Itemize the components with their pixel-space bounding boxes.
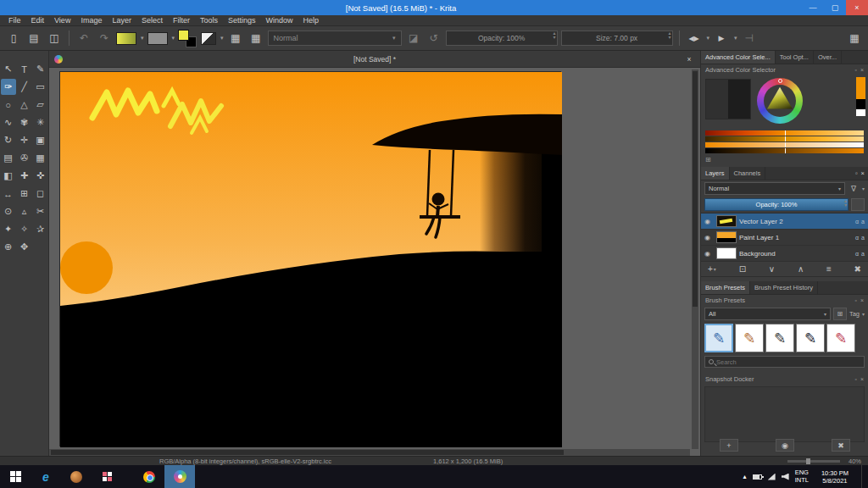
tool-reference-images[interactable]: ⊞ [17,186,32,202]
shade-swatch[interactable] [728,80,750,119]
canvas[interactable] [59,71,561,446]
tab-tool-options[interactable]: Tool Opt... [776,51,814,64]
duplicate-layer-button[interactable]: ⊡ [739,264,746,274]
tab-overview[interactable]: Over... [814,51,842,64]
brush-preset-marker-red[interactable]: ✎ [826,324,855,352]
tool-polyline[interactable]: ▱ [33,97,48,113]
opacity-slider[interactable]: Opacity: 100% ▴ ▾ [446,30,558,46]
spinner[interactable]: ▴ ▾ [669,31,671,39]
close-button[interactable]: × [846,0,868,15]
brush-editor-button[interactable] [201,32,216,45]
start-button[interactable] [0,465,31,488]
taskbar-ie-icon[interactable]: e [31,465,61,488]
hue-shade-strip[interactable] [705,130,864,136]
new-document-icon[interactable]: ▯ [5,30,22,47]
horizontal-scroll-thumb[interactable] [51,450,564,455]
layer-row-background[interactable]: ◉ Background α a [701,246,868,262]
close-docker-icon[interactable]: × [861,169,865,177]
foreground-background-colors[interactable] [178,30,198,47]
layer-row-paint-layer-1[interactable]: ◉ Paint Layer 1 α a [701,230,868,246]
color-wheel[interactable] [757,78,803,124]
volume-icon[interactable] [782,474,789,480]
tool-polygonal-select[interactable]: ▵ [17,203,32,219]
menu-image[interactable]: Image [75,16,107,25]
chevron-down-icon[interactable]: ▾ [734,35,737,42]
mirror-horizontal-icon[interactable]: ◀▶ [686,30,703,47]
dark-shade-strip[interactable] [705,148,864,153]
chevron-down-icon[interactable]: ▾ [707,35,710,42]
tool-pattern-edit[interactable]: ▦ [33,150,48,166]
chevron-down-icon[interactable]: ▾ [220,35,224,42]
taskbar-chrome-icon[interactable] [134,465,164,488]
brush-view-mode-button[interactable]: ⊞ [833,308,847,320]
workspace-chooser-icon[interactable]: ▦ [846,30,863,47]
layer-properties-button[interactable]: ≡ [826,264,832,274]
layer-style-button[interactable] [851,198,865,211]
tool-line[interactable]: ╱ [17,79,32,95]
layer-row-vector-layer-2[interactable]: ◉ Vector Layer 2 α a [701,214,868,230]
taskbar-app-icon-1[interactable] [61,465,92,488]
tool-ellipse[interactable]: ○ [1,97,16,113]
tool-rectangle[interactable]: ▭ [33,79,48,95]
reload-preset-icon[interactable]: ↺ [426,30,442,47]
create-snapshot-button[interactable]: + [720,439,738,452]
tool-fill[interactable]: ◧ [1,168,16,184]
document-close-icon[interactable]: × [683,55,695,64]
alpha-lock-icon[interactable]: a [861,235,865,241]
show-desktop-button[interactable] [861,465,865,488]
switch-snapshot-button[interactable]: ◉ [776,439,794,452]
tab-advanced-color-selector[interactable]: Advanced Color Sele... [701,51,776,64]
alpha-lock-icon[interactable]: a [861,219,865,225]
tool-assistants[interactable]: ✜ [33,168,48,184]
tab-layers[interactable]: Layers [701,167,730,180]
tool-contiguous-select[interactable]: ✦ [1,221,16,237]
spinner[interactable]: ▴ ▾ [554,31,556,39]
horizontal-scrollbar[interactable] [49,449,690,456]
language-indicator[interactable]: ENG INTL [795,469,809,484]
shade-swatch[interactable] [706,80,728,119]
zoom-slider[interactable] [787,460,840,463]
layer-name[interactable]: Paint Layer 1 [739,234,779,241]
assistant-magnetism-icon[interactable]: ⊣ [741,30,758,47]
move-layer-down-button[interactable]: ∨ [769,264,775,274]
chevron-down-icon[interactable]: ▾ [862,311,865,317]
chevron-down-icon[interactable]: ▾ [862,186,865,191]
light-shade-strip[interactable] [705,142,864,147]
delete-snapshot-button[interactable]: ✖ [832,439,850,452]
menu-filter[interactable]: Filter [168,16,195,25]
document-tab-title[interactable]: [Not Saved] * [66,55,683,64]
spinner[interactable]: ▴ ▾ [844,199,847,207]
tray-up-arrow-icon[interactable]: ▴ [743,473,747,480]
chevron-down-icon[interactable]: ▾ [141,35,144,42]
layer-name[interactable]: Background [739,250,776,258]
brush-preset-pencil-gray[interactable]: ✎ [765,324,794,352]
color-triangle[interactable] [765,86,794,115]
playback-icon[interactable]: ▶ [713,30,730,47]
menu-select[interactable]: Select [136,16,168,25]
taskbar-krita-icon[interactable] [164,465,195,488]
tab-brush-preset-history[interactable]: Brush Preset History [750,281,818,294]
shade-selector[interactable] [705,79,751,119]
layer-filter-icon[interactable]: ∇ [848,185,860,193]
brush-preset-chooser-icon[interactable]: ▦ [227,30,244,47]
close-docker-icon[interactable]: × [860,376,864,382]
menu-layer[interactable]: Layer [107,16,136,25]
tool-text[interactable]: T [17,61,32,77]
layer-name[interactable]: Vector Layer 2 [739,218,783,225]
alpha-lock-icon[interactable]: a [861,251,865,257]
brush-preset-pencil-blue[interactable]: ✎ [704,324,733,352]
tool-freehand-select[interactable]: ✂ [33,203,48,219]
brush-search-field[interactable] [704,356,865,368]
layer-opacity-slider[interactable]: Opacity: 100% ▴ ▾ [704,198,849,211]
brush-tag-dropdown[interactable]: All ▾ [704,308,831,320]
battery-icon[interactable] [753,474,762,480]
visibility-eye-icon[interactable]: ◉ [704,234,714,241]
float-docker-icon[interactable]: ▫ [855,169,858,177]
current-color-swatch[interactable] [856,77,865,99]
tool-freehand-brush[interactable]: ✑ [1,79,16,95]
add-layer-button[interactable]: + ▾ [708,264,716,274]
brush-preset-pencil-orange[interactable]: ✎ [735,324,764,352]
tool-bezier-curve[interactable]: ∿ [1,114,16,130]
clock[interactable]: 10:30 PM 5/8/2021 [815,469,855,485]
tool-move[interactable]: ✛ [17,132,32,148]
